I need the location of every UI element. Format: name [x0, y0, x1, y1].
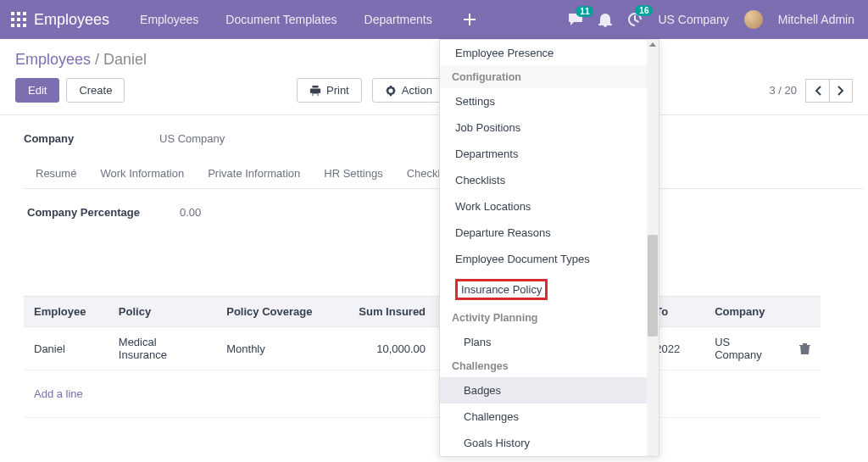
tab-hr-settings[interactable]: HR Settings	[324, 167, 382, 180]
menu-departure-reasons[interactable]: Departure Reasons	[440, 220, 659, 246]
tab-checklists[interactable]: Checkli	[407, 167, 443, 180]
print-button[interactable]: Print	[297, 78, 362, 103]
dropdown-scroll-thumb[interactable]	[648, 235, 658, 337]
app-brand[interactable]: Employees	[31, 11, 120, 29]
menu-employee-presence[interactable]: Employee Presence	[440, 40, 659, 66]
pager-next[interactable]	[829, 79, 853, 103]
company-label: Company	[24, 132, 159, 145]
company-switcher[interactable]: US Company	[658, 13, 728, 26]
td-company: US Company	[704, 327, 789, 370]
systray: 11 16 US Company Mitchell Admin	[568, 10, 861, 29]
chevron-left-icon	[815, 86, 821, 96]
th-policy[interactable]: Policy	[108, 297, 216, 327]
chevron-right-icon	[837, 86, 844, 96]
svg-rect-6	[11, 24, 14, 27]
content: Company US Company Resumé Work Informati…	[0, 114, 868, 446]
company-percentage-value: 0.00	[180, 206, 281, 219]
th-employee[interactable]: Employee	[24, 297, 108, 327]
messages-badge: 11	[576, 6, 593, 17]
config-dropdown: Employee Presence Configuration Settings…	[439, 39, 659, 457]
breadcrumb-root[interactable]: Employees	[15, 51, 91, 68]
company-percentage-label: Company Percentage	[27, 206, 180, 219]
policy-table: Employee Policy Policy Coverage Sum Insu…	[24, 296, 821, 418]
svg-rect-3	[11, 18, 14, 21]
menu-work-locations[interactable]: Work Locations	[440, 193, 659, 220]
menu-insurance-policy[interactable]: Insurance Policy	[440, 272, 659, 307]
svg-rect-2	[23, 12, 26, 15]
menu-section-challenges: Challenges	[440, 355, 659, 377]
dropdown-scrollbar[interactable]	[647, 40, 659, 456]
trash-icon	[799, 342, 810, 354]
pager: 3 / 20	[769, 79, 853, 103]
avatar[interactable]	[744, 10, 763, 29]
th-coverage[interactable]: Policy Coverage	[216, 297, 342, 327]
gear-icon	[385, 85, 397, 97]
svg-rect-1	[17, 12, 20, 15]
menu-settings[interactable]: Settings	[440, 88, 659, 114]
nav-links: Employees Document Templates Departments	[126, 0, 446, 39]
toolbar: Edit Create Print Action 3 / 20	[0, 78, 868, 114]
create-button[interactable]: Create	[66, 78, 125, 103]
pager-prev[interactable]	[805, 79, 829, 103]
svg-rect-5	[23, 18, 26, 21]
company-value: US Company	[159, 132, 225, 145]
username[interactable]: Mitchell Admin	[778, 13, 854, 26]
top-nav: Employees Employees Document Templates D…	[0, 0, 868, 39]
menu-section-configuration: Configuration	[440, 66, 659, 88]
tab-work-information[interactable]: Work Information	[100, 167, 184, 180]
printer-icon	[309, 85, 321, 97]
menu-job-positions[interactable]: Job Positions	[440, 114, 659, 141]
messages-icon[interactable]: 11	[568, 13, 583, 26]
add-a-line[interactable]: Add a line	[34, 379, 93, 409]
menu-badges[interactable]: Badges	[440, 377, 659, 404]
clock-icon[interactable]: 16	[627, 12, 643, 27]
apps-icon[interactable]	[7, 12, 31, 27]
insurance-policy-highlight: Insurance Policy	[455, 279, 548, 300]
td-delete[interactable]	[789, 327, 821, 370]
td-policy: Medical Insurance	[108, 327, 216, 370]
td-employee: Daniel	[24, 327, 108, 370]
breadcrumb-row: Employees / Daniel	[0, 39, 868, 78]
th-company[interactable]: Company	[704, 297, 789, 327]
table-row[interactable]: Daniel Medical Insurance Monthly 10,000.…	[24, 327, 821, 370]
menu-plans[interactable]: Plans	[440, 329, 659, 355]
nav-link-departments[interactable]: Departments	[351, 0, 446, 39]
scroll-up-icon	[648, 42, 657, 48]
td-sum: 10,000.00	[342, 327, 436, 370]
bell-icon[interactable]	[598, 12, 612, 27]
edit-button[interactable]: Edit	[15, 78, 59, 103]
action-button[interactable]: Action	[372, 78, 445, 103]
menu-section-activity-planning: Activity Planning	[440, 307, 659, 329]
tab-private-information[interactable]: Private Information	[208, 167, 300, 180]
nav-link-employees[interactable]: Employees	[126, 0, 212, 39]
th-actions	[789, 297, 821, 327]
plus-icon[interactable]	[453, 0, 487, 39]
svg-rect-4	[17, 18, 20, 21]
svg-rect-0	[11, 12, 14, 15]
svg-rect-8	[23, 24, 26, 27]
td-coverage: Monthly	[216, 327, 342, 370]
breadcrumb-current: Daniel	[103, 51, 147, 68]
menu-departments[interactable]: Departments	[440, 141, 659, 167]
menu-challenges[interactable]: Challenges	[440, 404, 659, 430]
th-sum[interactable]: Sum Insured	[342, 297, 436, 327]
scroll-area[interactable]: Company US Company Resumé Work Informati…	[0, 115, 868, 446]
nav-link-document-templates[interactable]: Document Templates	[212, 0, 350, 39]
menu-employee-document-types[interactable]: Employee Document Types	[440, 246, 659, 272]
menu-goals-history[interactable]: Goals History	[440, 430, 659, 456]
menu-checklists[interactable]: Checklists	[440, 167, 659, 193]
svg-rect-7	[17, 24, 20, 27]
pager-text: 3 / 20	[769, 84, 797, 97]
clock-badge: 16	[635, 5, 653, 16]
breadcrumb: Employees / Daniel	[15, 51, 147, 69]
tab-resume[interactable]: Resumé	[36, 167, 76, 180]
